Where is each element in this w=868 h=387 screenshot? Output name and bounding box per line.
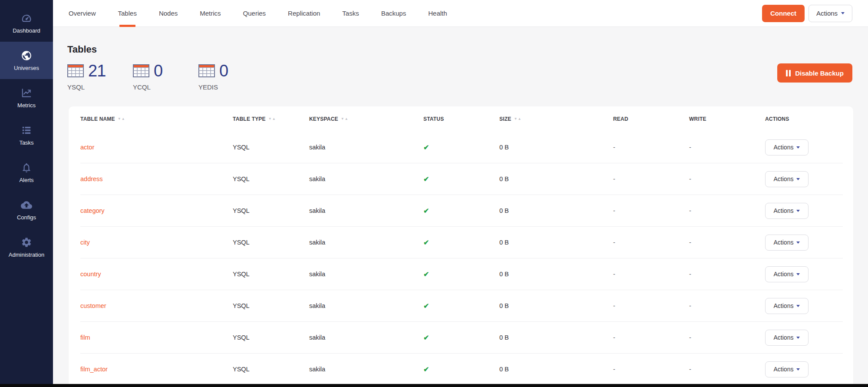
sidebar-item-dashboard[interactable]: Dashboard: [0, 4, 53, 42]
table-row: filmYSQLsakila✔0 B--Actions: [80, 322, 843, 354]
connect-button[interactable]: Connect: [762, 5, 805, 22]
sort-icon: ▼▲: [514, 117, 521, 121]
chevron-down-icon: [796, 210, 800, 212]
column-header-keyspace[interactable]: Keyspace▼▲: [309, 116, 423, 122]
chevron-down-icon: [796, 146, 800, 149]
tab-tasks[interactable]: Tasks: [342, 0, 359, 27]
read-cell: -: [613, 175, 689, 182]
table-name-link[interactable]: city: [80, 239, 90, 246]
sidebar-item-administration[interactable]: Administration: [0, 228, 53, 266]
chevron-down-icon: [796, 337, 800, 339]
tab-health[interactable]: Health: [428, 0, 447, 27]
table-name-link[interactable]: country: [80, 271, 101, 278]
table-name-link[interactable]: actor: [80, 144, 94, 151]
tab-backups[interactable]: Backups: [381, 0, 406, 27]
check-icon: ✔: [423, 175, 429, 183]
table-grid-icon: [67, 64, 84, 77]
row-actions-button[interactable]: Actions: [765, 139, 809, 155]
table-type-cell: YSQL: [233, 207, 309, 214]
size-cell: 0 B: [499, 302, 613, 309]
page-title: Tables: [67, 44, 97, 55]
gear-icon: [21, 237, 32, 248]
read-cell: -: [613, 239, 689, 246]
navbar-actions: Connect Actions: [762, 5, 852, 22]
size-cell: 0 B: [499, 334, 613, 341]
read-cell: -: [613, 271, 689, 278]
tab-queries[interactable]: Queries: [243, 0, 266, 27]
table-row: film_actorYSQLsakila✔0 B--Actions: [80, 354, 843, 385]
column-header-table-type[interactable]: Table Type▼▲: [233, 116, 309, 122]
chevron-down-icon: [796, 273, 800, 275]
keyspace-cell: sakila: [309, 239, 423, 246]
read-cell: -: [613, 334, 689, 341]
check-icon: ✔: [423, 239, 429, 246]
sort-icon: ▼▲: [341, 117, 349, 121]
sidebar-item-configs[interactable]: Configs: [0, 191, 53, 228]
table-row: countryYSQLsakila✔0 B--Actions: [80, 258, 843, 290]
row-actions-label: Actions: [774, 271, 794, 278]
tab-metrics[interactable]: Metrics: [200, 0, 221, 27]
table-name-link[interactable]: film: [80, 334, 90, 341]
sidebar-item-label: Metrics: [17, 102, 36, 109]
table-name-link[interactable]: customer: [80, 302, 106, 309]
keyspace-cell: sakila: [309, 207, 423, 214]
tab-tables[interactable]: Tables: [118, 0, 137, 27]
table-row: categoryYSQLsakila✔0 B--Actions: [80, 195, 843, 227]
sidebar-nav: DashboardUniversesMetricsTasksAlertsConf…: [0, 4, 53, 266]
write-cell: -: [689, 302, 765, 309]
sidebar: DashboardUniversesMetricsTasksAlertsConf…: [0, 0, 53, 387]
table-row: customerYSQLsakila✔0 B--Actions: [80, 290, 843, 322]
disable-backup-button[interactable]: Disable Backup: [777, 63, 852, 83]
check-icon: ✔: [423, 207, 429, 215]
row-actions-button[interactable]: Actions: [765, 266, 809, 282]
sidebar-item-label: Alerts: [19, 177, 33, 183]
keyspace-cell: sakila: [309, 334, 423, 341]
table-name-link[interactable]: address: [80, 175, 103, 182]
size-cell: 0 B: [499, 271, 613, 278]
write-cell: -: [689, 144, 765, 151]
sidebar-item-metrics[interactable]: Metrics: [0, 79, 53, 116]
tab-replication[interactable]: Replication: [288, 0, 320, 27]
chevron-down-icon: [796, 178, 800, 180]
sidebar-item-label: Dashboard: [13, 27, 40, 34]
check-icon: ✔: [423, 144, 429, 151]
table-grid-icon: [133, 64, 149, 77]
row-actions-button[interactable]: Actions: [765, 298, 809, 314]
table-type-cell: YSQL: [233, 302, 309, 309]
bell-icon: [21, 162, 32, 173]
sidebar-item-tasks[interactable]: Tasks: [0, 116, 53, 154]
globe-icon: [21, 50, 32, 61]
read-cell: -: [613, 366, 689, 373]
column-header-size[interactable]: Size▼▲: [499, 116, 613, 122]
column-header-write: Write: [689, 116, 765, 122]
table-row: actorYSQLsakila✔0 B--Actions: [80, 132, 843, 163]
column-header-label: Table Name: [80, 116, 115, 122]
table-name-link[interactable]: category: [80, 207, 105, 214]
column-header-actions: Actions: [765, 116, 843, 122]
column-header-table-name[interactable]: Table Name▼▲: [80, 116, 233, 122]
table-type-cell: YSQL: [233, 366, 309, 373]
keyspace-cell: sakila: [309, 144, 423, 151]
tab-nodes[interactable]: Nodes: [159, 0, 178, 27]
table-name-link[interactable]: film_actor: [80, 366, 108, 373]
sidebar-item-alerts[interactable]: Alerts: [0, 154, 53, 191]
chevron-down-icon: [796, 368, 800, 370]
table-grid-icon: [198, 64, 215, 77]
row-actions-button[interactable]: Actions: [765, 171, 809, 187]
write-cell: -: [689, 334, 765, 341]
keyspace-cell: sakila: [309, 271, 423, 278]
read-cell: -: [613, 302, 689, 309]
stat-yedis: 0YEDIS: [198, 62, 264, 91]
write-cell: -: [689, 207, 765, 214]
tab-overview[interactable]: Overview: [69, 0, 96, 27]
sidebar-item-universes[interactable]: Universes: [0, 42, 53, 79]
universe-actions-button[interactable]: Actions: [809, 5, 852, 22]
row-actions-button[interactable]: Actions: [765, 235, 809, 251]
keyspace-cell: sakila: [309, 302, 423, 309]
row-actions-button[interactable]: Actions: [765, 203, 809, 219]
row-actions-button[interactable]: Actions: [765, 361, 809, 377]
row-actions-button[interactable]: Actions: [765, 330, 809, 346]
table-type-cell: YSQL: [233, 271, 309, 278]
tables-page: Tables 21YSQL0YCQL0YEDIS Disable Backup …: [53, 27, 868, 387]
table-type-cell: YSQL: [233, 175, 309, 182]
